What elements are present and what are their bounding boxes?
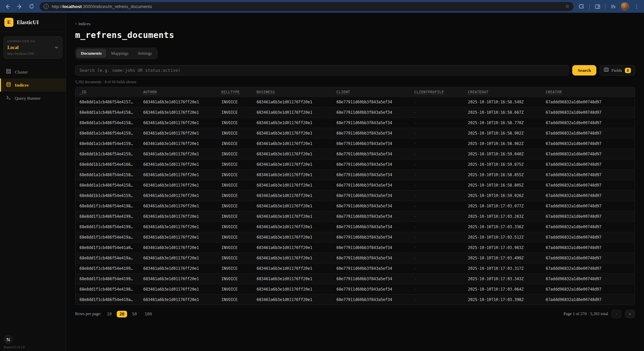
table-row[interactable]: 68e8dd1a1cb486f54e415925683461a6b3e1d011… xyxy=(75,128,635,139)
cell-author: 683461a6b3e1d01176ff20e1 xyxy=(139,97,217,107)
browser-back-icon[interactable] xyxy=(3,2,11,10)
table-row[interactable]: 68e8dd1b1cb486f54e4159a4683461a6b3e1d011… xyxy=(75,191,635,201)
address-bar[interactable]: i http://localhost:3000/indices/m_refren… xyxy=(40,2,574,11)
dev-tools-badge[interactable]: N xyxy=(4,335,13,344)
column-header-creator[interactable]: CREATOR xyxy=(542,87,635,97)
sidebar-item-indices[interactable]: Indices xyxy=(0,79,66,92)
cell-client: 68e77911d60bb3f843a5ef34 xyxy=(332,253,410,263)
connection-selector[interactable]: CONNECTED TO Local http://localhost:9200 xyxy=(3,36,62,59)
cell-client: 68e77911d60bb3f843a5ef34 xyxy=(332,118,410,128)
cell-_id: 68e8dd1a1cb486f54e415892 xyxy=(75,118,139,128)
cell-createdat: 2025-10-10T10:16:58.902Z xyxy=(464,128,542,139)
chevron-left-icon: ‹ xyxy=(75,21,77,27)
cell-clientprofile: - xyxy=(410,180,464,191)
profile-avatar[interactable] xyxy=(621,2,629,10)
rows-per-page-option-10[interactable]: 10 xyxy=(104,311,114,317)
browser-forward-icon[interactable] xyxy=(15,2,23,10)
browser-reload-icon[interactable] xyxy=(28,2,36,10)
cell-client: 68e77911d60bb3f843a5ef34 xyxy=(332,232,410,243)
table-row[interactable]: 68e8dd1a1cb486f54e415965683461a6b3e1d011… xyxy=(75,139,635,149)
cell-creator: 67addd96832a1d6e00748d97 xyxy=(542,149,635,159)
extensions-icon[interactable] xyxy=(578,2,586,10)
cell-clientprofile: - xyxy=(410,159,464,170)
cell-billtype: INVOICE xyxy=(217,222,253,232)
table-row[interactable]: 68e8dd1f1cb486f54e419978683461a6b3e1d011… xyxy=(75,263,635,274)
table-row[interactable]: 68e8dd1a1cb486f54e4158fa683461a6b3e1d011… xyxy=(75,170,635,180)
cell-billtype: INVOICE xyxy=(217,253,253,263)
table-row[interactable]: 68e8dd1f1cb486f54e4199a4683461a6b3e1d011… xyxy=(75,222,635,232)
bookmark-star-icon[interactable]: ☆ xyxy=(565,3,570,9)
column-header-clientprofile[interactable]: CLIENTPROFILE xyxy=(410,87,464,97)
cell-client: 68e77911d60bb3f843a5ef34 xyxy=(332,128,410,139)
fields-button[interactable]: Fields 8 xyxy=(600,65,635,76)
cell-createdat: 2025-10-10T10:17:03.512Z xyxy=(464,232,542,243)
cell-billtype: INVOICE xyxy=(217,180,253,191)
table-row[interactable]: 68e8dd1a1cb486f54e41582d683461a6b3e1d011… xyxy=(75,107,635,118)
breadcrumb-back-link[interactable]: ‹ Indices xyxy=(75,21,91,27)
prev-page-button[interactable]: ‹ xyxy=(611,310,622,318)
cell-clientprofile: - xyxy=(410,201,464,211)
table-row[interactable]: 68e8dd1f1cb486f54e419a59683461a6b3e1d011… xyxy=(75,253,635,263)
sidebar-item-cluster[interactable]: Cluster xyxy=(0,65,66,79)
cell-createdat: 2025-10-10T10:17:03.077Z xyxy=(464,201,542,211)
site-info-icon[interactable]: i xyxy=(44,4,49,9)
table-row[interactable]: 68e8dd1a1cb486f54e415892683461a6b3e1d011… xyxy=(75,118,635,128)
table-row[interactable]: 68e8dd1f1cb486f54e419883683461a6b3e1d011… xyxy=(75,284,635,295)
table-row[interactable]: 68e8dd1b1cb486f54e416680683461a6b3e1d011… xyxy=(75,159,635,170)
cell-createdat: 2025-10-10T10:16:58.805Z xyxy=(464,180,542,191)
column-header-business[interactable]: BUSINESS xyxy=(253,87,332,97)
cell-clientprofile: - xyxy=(410,97,464,107)
cell-business: 683461a6b3e1d01176ff20e1 xyxy=(253,274,332,284)
tab-list-icon[interactable] xyxy=(609,2,617,10)
cell-business: 683461a6b3e1d01176ff20e1 xyxy=(253,128,332,139)
cell-createdat: 2025-10-10T10:17:03.343Z xyxy=(464,274,542,284)
cell-author: 683461a6b3e1d01176ff20e1 xyxy=(139,128,217,139)
search-button[interactable]: Search xyxy=(572,65,596,76)
column-header-createdat[interactable]: CREATEDAT xyxy=(464,87,542,97)
browser-menu-icon[interactable]: ⋮ xyxy=(633,2,641,10)
table-row[interactable]: 68e8dd1f1cb486f54e419a85683461a6b3e1d011… xyxy=(75,232,635,243)
rows-per-page-option-20[interactable]: 20 xyxy=(117,311,127,317)
next-page-button[interactable]: › xyxy=(625,310,635,318)
app-logo: E xyxy=(4,18,13,27)
cell-clientprofile: - xyxy=(410,253,464,263)
table-row[interactable]: 68e8dd1b1cb486f54e4159d6683461a6b3e1d011… xyxy=(75,149,635,159)
cell-billtype: INVOICE xyxy=(217,159,253,170)
cell-createdat: 2025-10-10T10:17:03.263Z xyxy=(464,211,542,222)
tab-mappings[interactable]: Mappings xyxy=(107,49,133,58)
rows-per-page-option-100[interactable]: 100 xyxy=(142,311,155,317)
tab-settings[interactable]: Settings xyxy=(133,49,156,58)
cell-_id: 68e8dd1a1cb486f54e415925 xyxy=(75,128,139,139)
cell-billtype: INVOICE xyxy=(217,284,253,295)
tab-documents[interactable]: Documents xyxy=(76,49,106,58)
table-row[interactable]: 68e8dd1f1cb486f54e4198af683461a6b3e1d011… xyxy=(75,201,635,211)
cell-client: 68e77911d60bb3f843a5ef34 xyxy=(332,149,410,159)
cell-createdat: 2025-10-10T10:17:03.398Z xyxy=(464,295,542,305)
table-row[interactable]: 68e8dd1a1cb486f54e4157cf683461a6b3e1d011… xyxy=(75,97,635,107)
cell-_id: 68e8dd1f1cb486f54e419a59 xyxy=(75,253,139,263)
side-panel-icon[interactable] xyxy=(593,2,601,10)
toolbar-separator xyxy=(589,4,590,9)
chevron-down-icon[interactable] xyxy=(54,45,58,51)
sidebar-item-query-runner[interactable]: Query Runner xyxy=(0,92,66,105)
table-row[interactable]: 68e8dd1f1cb486f54e4199ce683461a6b3e1d011… xyxy=(75,274,635,284)
sidebar-item-label: Query Runner xyxy=(15,96,41,101)
pagination: Page 1 of 270 · 5,392 total ‹ › xyxy=(564,310,635,318)
cell-_id: 68e8dd1f1cb486f54e419978 xyxy=(75,263,139,274)
cell-_id: 68e8dd1f1cb486f54e41a0f0 xyxy=(75,243,139,253)
rows-per-page-option-50[interactable]: 50 xyxy=(129,311,140,317)
cell-clientprofile: - xyxy=(410,191,464,201)
search-input[interactable] xyxy=(75,65,569,76)
table-row[interactable]: 68e8dd1a1cb486f54e4158cc683461a6b3e1d011… xyxy=(75,180,635,191)
column-header-billtype[interactable]: BILLTYPE xyxy=(217,87,253,97)
cell-createdat: 2025-10-10T10:16:58.549Z xyxy=(464,97,542,107)
column-header-author[interactable]: AUTHOR xyxy=(139,87,217,97)
column-header-_id[interactable]: _ID xyxy=(75,87,139,97)
cell-author: 683461a6b3e1d01176ff20e1 xyxy=(139,170,217,180)
column-header-client[interactable]: CLIENT xyxy=(332,87,410,97)
cell-creator: 67addd96832a1d6e00748d97 xyxy=(542,97,635,107)
cell-author: 683461a6b3e1d01176ff20e1 xyxy=(139,253,217,263)
table-row[interactable]: 68e8dd1f1cb486f54e419938683461a6b3e1d011… xyxy=(75,211,635,222)
table-row[interactable]: 68e8dd1f1cb486f54e419a11683461a6b3e1d011… xyxy=(75,295,635,305)
table-row[interactable]: 68e8dd1f1cb486f54e41a0f0683461a6b3e1d011… xyxy=(75,243,635,253)
